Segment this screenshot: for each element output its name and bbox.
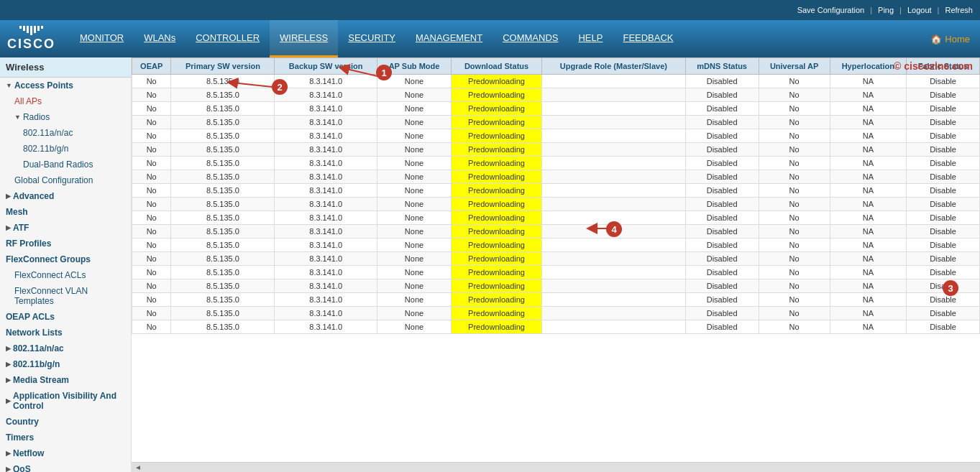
table-cell: None	[377, 252, 451, 266]
table-cell: Disable	[907, 157, 980, 170]
ping-link[interactable]: Ping	[878, 6, 894, 14]
sidebar-item-flexconnect-acls[interactable]: FlexConnect ACLs	[0, 267, 131, 283]
sidebar-arrow: ▶	[6, 224, 11, 231]
table-cell: None	[377, 198, 451, 211]
table-cell	[541, 102, 685, 116]
nav-link-commands[interactable]: COMMANDS	[493, 20, 568, 57]
table-cell	[541, 170, 685, 184]
nav-link-feedback[interactable]: FEEDBACK	[613, 20, 683, 57]
nav-link-monitor[interactable]: MONITOR	[70, 20, 134, 57]
nav-link-wireless[interactable]: WIRELESS	[270, 20, 338, 57]
sidebar-item-label: OEAP ACLs	[6, 312, 55, 322]
table-cell: No	[132, 279, 171, 293]
sidebar-arrow: ▼	[6, 82, 12, 89]
table-cell: Predownloading	[452, 211, 542, 225]
table-cell: No	[132, 225, 171, 239]
horizontal-scrollbar[interactable]: ◄	[132, 462, 980, 472]
sidebar-item-oeap-acls[interactable]: OEAP ACLs	[0, 309, 131, 325]
table-cell: Predownloading	[452, 198, 542, 211]
table-cell: NA	[830, 88, 906, 102]
nav-link-security[interactable]: SECURITY	[338, 20, 406, 57]
table-cell: Predownloading	[452, 116, 542, 129]
table-cell: Predownloading	[452, 293, 542, 307]
sidebar-item-atf[interactable]: ▶ATF	[0, 220, 131, 236]
table-cell: Disabled	[685, 252, 759, 266]
table-cell: None	[377, 129, 451, 143]
sidebar-item-qos[interactable]: ▶QoS	[0, 461, 131, 472]
table-cell: None	[377, 307, 451, 320]
sidebar-item-802.11b/g/n[interactable]: ▶802.11b/g/n	[0, 356, 131, 372]
table-row: No8.5.135.08.3.141.0NonePredownloadingDi…	[132, 266, 980, 279]
sidebar-item-timers[interactable]: Timers	[0, 430, 131, 445]
table-cell: NA	[830, 320, 906, 334]
nav-link-wlans[interactable]: WLANs	[134, 20, 186, 57]
sidebar-item-label: ATF	[13, 223, 29, 233]
sidebar-item-dual-band-radios[interactable]: Dual-Band Radios	[0, 157, 131, 172]
table-cell: No	[132, 198, 171, 211]
nav-link-management[interactable]: MANAGEMENT	[406, 20, 493, 57]
sidebar-item-flexconnect-groups[interactable]: FlexConnect Groups	[0, 251, 131, 267]
table-cell: None	[377, 279, 451, 293]
table-cell	[541, 293, 685, 307]
table-cell	[541, 279, 685, 293]
sidebar-item-network-lists[interactable]: Network Lists	[0, 325, 131, 341]
table-cell	[541, 75, 685, 88]
table-cell: 8.3.141.0	[275, 184, 377, 198]
table-cell: Predownloading	[452, 129, 542, 143]
sidebar-item-application-visibility-and-control[interactable]: ▶Application Visibility And Control	[0, 388, 131, 414]
table-cell: Disabled	[685, 75, 759, 88]
table-cell: 8.5.135.0	[171, 266, 275, 279]
table-header-download-status: Download Status	[452, 58, 542, 75]
table-cell: 8.3.141.0	[275, 75, 377, 88]
table-row: No8.5.135.08.3.141.0NonePredownloadingDi…	[132, 116, 980, 129]
table-cell: Disable	[907, 102, 980, 116]
table-header-universal-ap: Universal AP	[759, 58, 830, 75]
sidebar-item-802.11b/g/n[interactable]: 802.11b/g/n	[0, 141, 131, 157]
table-cell: No	[132, 211, 171, 225]
table-row: No8.5.135.08.3.141.0NonePredownloadingDi…	[132, 279, 980, 293]
sidebar-item-802.11a/n/ac[interactable]: ▶802.11a/n/ac	[0, 341, 131, 356]
table-cell: 8.3.141.0	[275, 143, 377, 157]
table-cell: NA	[830, 116, 906, 129]
sidebar-item-global-configuration[interactable]: Global Configuration	[0, 172, 131, 188]
table-cell: Disable	[907, 320, 980, 334]
sidebar: Wireless ▼Access PointsAll APs▼Radios802…	[0, 57, 132, 472]
table-cell: 8.3.141.0	[275, 170, 377, 184]
table-cell: 8.3.141.0	[275, 198, 377, 211]
table-cell	[541, 184, 685, 198]
refresh-link[interactable]: Refresh	[945, 6, 973, 14]
sidebar-item-rf-profiles[interactable]: RF Profiles	[0, 236, 131, 251]
table-cell: Predownloading	[452, 143, 542, 157]
sidebar-arrow: ▶	[6, 361, 11, 368]
table-cell: Disable	[907, 88, 980, 102]
sidebar-item-all-aps[interactable]: All APs	[0, 93, 131, 109]
sidebar-item-advanced[interactable]: ▶Advanced	[0, 188, 131, 204]
sidebar-item-media-stream[interactable]: ▶Media Stream	[0, 372, 131, 388]
table-cell	[541, 239, 685, 252]
sidebar-item-country[interactable]: Country	[0, 414, 131, 430]
sidebar-item-mesh[interactable]: Mesh	[0, 204, 131, 220]
table-cell: NA	[830, 198, 906, 211]
home-link[interactable]: 🏠 Home	[920, 34, 980, 45]
sidebar-item-802.11a/n/ac[interactable]: 802.11a/n/ac	[0, 125, 131, 141]
save-config-link[interactable]: Save Configuration	[797, 6, 865, 14]
nav-link-help[interactable]: HELP	[568, 20, 613, 57]
table-cell: Predownloading	[452, 75, 542, 88]
table-cell	[541, 157, 685, 170]
sidebar-item-radios[interactable]: ▼Radios	[0, 109, 131, 125]
table-cell: Predownloading	[452, 307, 542, 320]
table-cell: 8.5.135.0	[171, 252, 275, 266]
table-cell: Disable	[907, 143, 980, 157]
table-cell: None	[377, 320, 451, 334]
logout-link[interactable]: Logout	[907, 6, 932, 14]
table-cell: No	[132, 320, 171, 334]
sidebar-item-flexconnect-vlan-templates[interactable]: FlexConnect VLAN Templates	[0, 283, 131, 309]
table-cell	[541, 88, 685, 102]
table-header-upgrade-role-(master/slave): Upgrade Role (Master/Slave)	[541, 58, 685, 75]
table-row: No8.5.135.08.3.141.0NonePredownloadingDi…	[132, 157, 980, 170]
table-row: No8.5.135.08.3.141.0NonePredownloadingDi…	[132, 143, 980, 157]
table-container[interactable]: OEAPPrimary SW versionBackup SW versionA…	[132, 57, 980, 462]
sidebar-item-netflow[interactable]: ▶Netflow	[0, 445, 131, 461]
sidebar-item-access-points[interactable]: ▼Access Points	[0, 78, 131, 93]
nav-link-controller[interactable]: CONTROLLER	[186, 20, 270, 57]
